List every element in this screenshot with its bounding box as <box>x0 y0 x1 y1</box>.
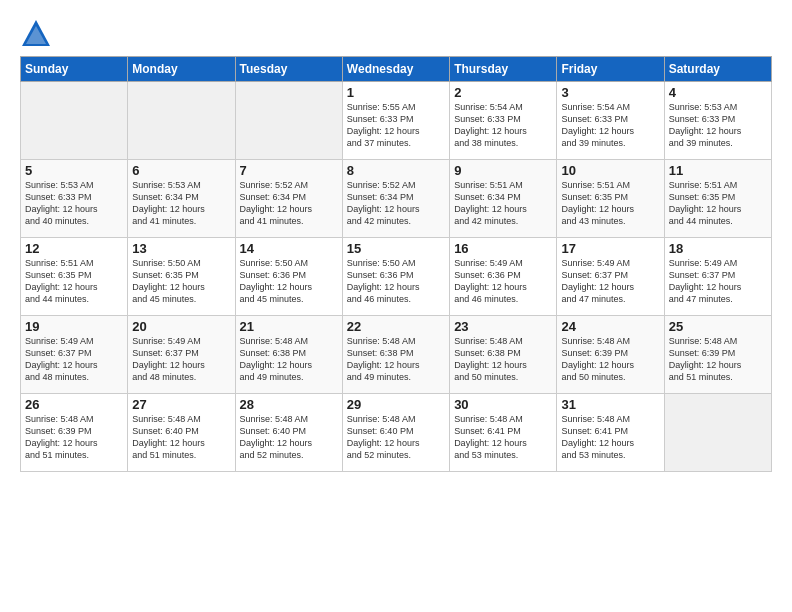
cell-content: Sunrise: 5:48 AM Sunset: 6:38 PM Dayligh… <box>454 335 552 384</box>
calendar-cell: 17Sunrise: 5:49 AM Sunset: 6:37 PM Dayli… <box>557 238 664 316</box>
cell-content: Sunrise: 5:48 AM Sunset: 6:40 PM Dayligh… <box>132 413 230 462</box>
cell-content: Sunrise: 5:48 AM Sunset: 6:41 PM Dayligh… <box>561 413 659 462</box>
cell-content: Sunrise: 5:49 AM Sunset: 6:37 PM Dayligh… <box>561 257 659 306</box>
calendar-cell: 13Sunrise: 5:50 AM Sunset: 6:35 PM Dayli… <box>128 238 235 316</box>
calendar-cell: 25Sunrise: 5:48 AM Sunset: 6:39 PM Dayli… <box>664 316 771 394</box>
calendar-cell: 14Sunrise: 5:50 AM Sunset: 6:36 PM Dayli… <box>235 238 342 316</box>
day-number: 13 <box>132 241 230 256</box>
cell-content: Sunrise: 5:51 AM Sunset: 6:35 PM Dayligh… <box>25 257 123 306</box>
calendar-cell: 19Sunrise: 5:49 AM Sunset: 6:37 PM Dayli… <box>21 316 128 394</box>
cell-content: Sunrise: 5:48 AM Sunset: 6:39 PM Dayligh… <box>669 335 767 384</box>
cell-content: Sunrise: 5:50 AM Sunset: 6:36 PM Dayligh… <box>347 257 445 306</box>
day-number: 5 <box>25 163 123 178</box>
cell-content: Sunrise: 5:53 AM Sunset: 6:34 PM Dayligh… <box>132 179 230 228</box>
day-number: 19 <box>25 319 123 334</box>
calendar-cell <box>21 82 128 160</box>
calendar-cell: 20Sunrise: 5:49 AM Sunset: 6:37 PM Dayli… <box>128 316 235 394</box>
day-header-friday: Friday <box>557 57 664 82</box>
calendar-cell: 5Sunrise: 5:53 AM Sunset: 6:33 PM Daylig… <box>21 160 128 238</box>
cell-content: Sunrise: 5:53 AM Sunset: 6:33 PM Dayligh… <box>669 101 767 150</box>
day-number: 28 <box>240 397 338 412</box>
logo-icon <box>20 18 52 50</box>
day-header-sunday: Sunday <box>21 57 128 82</box>
day-number: 24 <box>561 319 659 334</box>
week-row-2: 5Sunrise: 5:53 AM Sunset: 6:33 PM Daylig… <box>21 160 772 238</box>
day-number: 26 <box>25 397 123 412</box>
day-header-monday: Monday <box>128 57 235 82</box>
calendar-cell: 21Sunrise: 5:48 AM Sunset: 6:38 PM Dayli… <box>235 316 342 394</box>
week-row-5: 26Sunrise: 5:48 AM Sunset: 6:39 PM Dayli… <box>21 394 772 472</box>
day-number: 22 <box>347 319 445 334</box>
calendar-cell: 27Sunrise: 5:48 AM Sunset: 6:40 PM Dayli… <box>128 394 235 472</box>
calendar-cell: 11Sunrise: 5:51 AM Sunset: 6:35 PM Dayli… <box>664 160 771 238</box>
cell-content: Sunrise: 5:54 AM Sunset: 6:33 PM Dayligh… <box>561 101 659 150</box>
calendar-cell: 9Sunrise: 5:51 AM Sunset: 6:34 PM Daylig… <box>450 160 557 238</box>
day-number: 17 <box>561 241 659 256</box>
day-number: 23 <box>454 319 552 334</box>
cell-content: Sunrise: 5:49 AM Sunset: 6:36 PM Dayligh… <box>454 257 552 306</box>
day-number: 4 <box>669 85 767 100</box>
day-header-thursday: Thursday <box>450 57 557 82</box>
week-row-1: 1Sunrise: 5:55 AM Sunset: 6:33 PM Daylig… <box>21 82 772 160</box>
calendar-cell: 16Sunrise: 5:49 AM Sunset: 6:36 PM Dayli… <box>450 238 557 316</box>
day-number: 9 <box>454 163 552 178</box>
day-number: 6 <box>132 163 230 178</box>
cell-content: Sunrise: 5:48 AM Sunset: 6:41 PM Dayligh… <box>454 413 552 462</box>
day-number: 31 <box>561 397 659 412</box>
cell-content: Sunrise: 5:50 AM Sunset: 6:36 PM Dayligh… <box>240 257 338 306</box>
calendar-cell <box>235 82 342 160</box>
day-number: 18 <box>669 241 767 256</box>
day-number: 2 <box>454 85 552 100</box>
calendar-cell: 6Sunrise: 5:53 AM Sunset: 6:34 PM Daylig… <box>128 160 235 238</box>
cell-content: Sunrise: 5:48 AM Sunset: 6:39 PM Dayligh… <box>561 335 659 384</box>
day-number: 8 <box>347 163 445 178</box>
day-header-saturday: Saturday <box>664 57 771 82</box>
calendar-cell: 18Sunrise: 5:49 AM Sunset: 6:37 PM Dayli… <box>664 238 771 316</box>
calendar-cell: 28Sunrise: 5:48 AM Sunset: 6:40 PM Dayli… <box>235 394 342 472</box>
calendar-cell <box>128 82 235 160</box>
day-header-wednesday: Wednesday <box>342 57 449 82</box>
day-number: 15 <box>347 241 445 256</box>
calendar-cell: 3Sunrise: 5:54 AM Sunset: 6:33 PM Daylig… <box>557 82 664 160</box>
calendar-cell: 24Sunrise: 5:48 AM Sunset: 6:39 PM Dayli… <box>557 316 664 394</box>
cell-content: Sunrise: 5:52 AM Sunset: 6:34 PM Dayligh… <box>347 179 445 228</box>
cell-content: Sunrise: 5:51 AM Sunset: 6:35 PM Dayligh… <box>669 179 767 228</box>
calendar-cell: 4Sunrise: 5:53 AM Sunset: 6:33 PM Daylig… <box>664 82 771 160</box>
day-number: 21 <box>240 319 338 334</box>
day-number: 14 <box>240 241 338 256</box>
week-row-3: 12Sunrise: 5:51 AM Sunset: 6:35 PM Dayli… <box>21 238 772 316</box>
calendar-cell: 30Sunrise: 5:48 AM Sunset: 6:41 PM Dayli… <box>450 394 557 472</box>
calendar-cell: 29Sunrise: 5:48 AM Sunset: 6:40 PM Dayli… <box>342 394 449 472</box>
calendar-cell: 26Sunrise: 5:48 AM Sunset: 6:39 PM Dayli… <box>21 394 128 472</box>
cell-content: Sunrise: 5:49 AM Sunset: 6:37 PM Dayligh… <box>25 335 123 384</box>
calendar-cell <box>664 394 771 472</box>
week-row-4: 19Sunrise: 5:49 AM Sunset: 6:37 PM Dayli… <box>21 316 772 394</box>
cell-content: Sunrise: 5:49 AM Sunset: 6:37 PM Dayligh… <box>132 335 230 384</box>
day-number: 30 <box>454 397 552 412</box>
calendar-cell: 7Sunrise: 5:52 AM Sunset: 6:34 PM Daylig… <box>235 160 342 238</box>
calendar-cell: 12Sunrise: 5:51 AM Sunset: 6:35 PM Dayli… <box>21 238 128 316</box>
cell-content: Sunrise: 5:51 AM Sunset: 6:34 PM Dayligh… <box>454 179 552 228</box>
calendar-cell: 2Sunrise: 5:54 AM Sunset: 6:33 PM Daylig… <box>450 82 557 160</box>
cell-content: Sunrise: 5:48 AM Sunset: 6:39 PM Dayligh… <box>25 413 123 462</box>
calendar-cell: 23Sunrise: 5:48 AM Sunset: 6:38 PM Dayli… <box>450 316 557 394</box>
day-number: 16 <box>454 241 552 256</box>
calendar-cell: 15Sunrise: 5:50 AM Sunset: 6:36 PM Dayli… <box>342 238 449 316</box>
cell-content: Sunrise: 5:49 AM Sunset: 6:37 PM Dayligh… <box>669 257 767 306</box>
day-header-tuesday: Tuesday <box>235 57 342 82</box>
day-number: 29 <box>347 397 445 412</box>
calendar-cell: 8Sunrise: 5:52 AM Sunset: 6:34 PM Daylig… <box>342 160 449 238</box>
calendar-table: SundayMondayTuesdayWednesdayThursdayFrid… <box>20 56 772 472</box>
cell-content: Sunrise: 5:52 AM Sunset: 6:34 PM Dayligh… <box>240 179 338 228</box>
cell-content: Sunrise: 5:50 AM Sunset: 6:35 PM Dayligh… <box>132 257 230 306</box>
day-number: 7 <box>240 163 338 178</box>
cell-content: Sunrise: 5:48 AM Sunset: 6:38 PM Dayligh… <box>347 335 445 384</box>
calendar-cell: 10Sunrise: 5:51 AM Sunset: 6:35 PM Dayli… <box>557 160 664 238</box>
day-number: 11 <box>669 163 767 178</box>
day-number: 20 <box>132 319 230 334</box>
cell-content: Sunrise: 5:55 AM Sunset: 6:33 PM Dayligh… <box>347 101 445 150</box>
day-number: 12 <box>25 241 123 256</box>
cell-content: Sunrise: 5:48 AM Sunset: 6:38 PM Dayligh… <box>240 335 338 384</box>
cell-content: Sunrise: 5:54 AM Sunset: 6:33 PM Dayligh… <box>454 101 552 150</box>
cell-content: Sunrise: 5:48 AM Sunset: 6:40 PM Dayligh… <box>240 413 338 462</box>
